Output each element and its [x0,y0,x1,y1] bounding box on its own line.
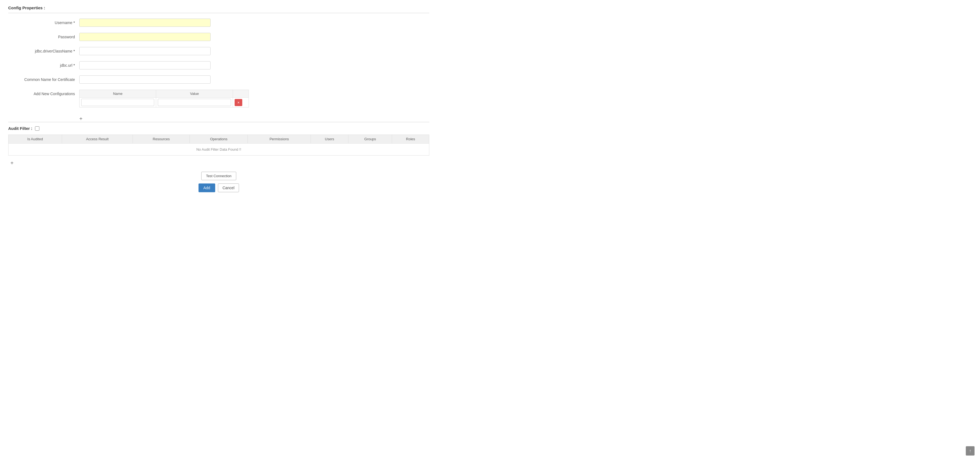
config-value-cell [156,98,233,108]
config-delete-button[interactable]: × [235,99,242,106]
config-name-input[interactable] [81,99,154,106]
audit-no-data-cell: No Audit Filter Data Found !! [8,143,429,156]
jdbc-url-row: jdbc.url * jdbc:trino://host:port [8,61,429,70]
jdbc-driver-label: jdbc.driverClassName * [8,47,79,53]
add-new-config-row: Add New Configurations Name Value [8,90,429,108]
audit-col-header: Groups [348,135,392,143]
config-delete-cell: × [233,98,248,108]
add-config-row-button[interactable]: + [79,116,83,122]
config-name-cell [80,98,156,108]
audit-col-header: Operations [190,135,248,143]
config-table-wrapper: Name Value × [79,90,249,108]
common-name-row: Common Name for Certificate CNOfCertific… [8,75,429,84]
common-name-input[interactable]: CNOfCertificate [79,75,210,84]
audit-col-header: Users [310,135,348,143]
password-input[interactable]: ............ [79,33,210,41]
cancel-button[interactable]: Cancel [218,183,239,192]
config-value-col-header: Value [156,90,233,98]
page-container: Config Properties : Username * admin Pas… [0,0,438,198]
add-button[interactable]: Add [199,183,215,192]
bottom-actions-wrapper: Add Cancel [8,183,429,192]
username-input[interactable]: admin [79,19,210,27]
test-connection-wrapper: Test Connection [8,172,429,180]
audit-no-data-row: No Audit Filter Data Found !! [8,143,429,156]
add-audit-row-button[interactable]: + [8,159,16,167]
audit-table-header-row: Is AuditedAccess ResultResourcesOperatio… [8,135,429,143]
jdbc-url-input[interactable]: jdbc:trino://host:port [79,61,210,70]
common-name-label: Common Name for Certificate [8,75,79,82]
audit-col-header: Resources [133,135,189,143]
test-connection-button[interactable]: Test Connection [201,172,236,180]
password-label: Password [8,33,79,39]
config-action-col-header [233,90,248,98]
config-value-input[interactable] [158,99,231,106]
config-name-col-header: Name [80,90,156,98]
audit-filter-table: Is AuditedAccess ResultResourcesOperatio… [8,135,429,156]
audit-col-header: Permissions [248,135,310,143]
audit-filter-checkbox[interactable] [35,126,40,131]
username-label: Username * [8,19,79,25]
audit-filter-title: Audit Filter : [8,126,429,131]
jdbc-driver-row: jdbc.driverClassName * io.trino.jdbc.Tri… [8,47,429,55]
jdbc-driver-input[interactable]: io.trino.jdbc.TrinoDriver [79,47,210,55]
jdbc-url-label: jdbc.url * [8,61,79,68]
password-row: Password ............ [8,33,429,41]
config-table: Name Value × [79,90,249,108]
audit-col-header: Roles [392,135,429,143]
username-row: Username * admin [8,19,429,27]
audit-col-header: Access Result [62,135,133,143]
audit-filter-section: Audit Filter : Is AuditedAccess ResultRe… [8,122,429,167]
audit-col-header: Is Audited [8,135,62,143]
config-properties-title: Config Properties : [8,5,429,13]
add-new-config-label: Add New Configurations [8,90,79,96]
config-table-row: × [80,98,249,108]
